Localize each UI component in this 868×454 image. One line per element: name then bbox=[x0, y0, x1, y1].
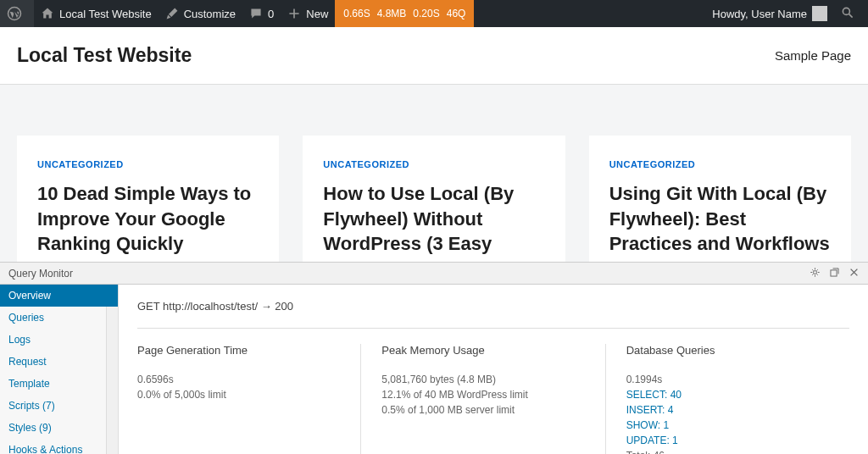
gear-icon[interactable] bbox=[810, 267, 821, 280]
post-category[interactable]: UNCATEGORIZED bbox=[323, 159, 544, 169]
post-card[interactable]: UNCATEGORIZED How to Use Local (By Flywh… bbox=[303, 136, 565, 280]
post-card[interactable]: UNCATEGORIZED 10 Dead Simple Ways to Imp… bbox=[17, 136, 279, 280]
wordpress-icon bbox=[7, 6, 22, 21]
svg-point-2 bbox=[814, 270, 817, 274]
post-title[interactable]: Using Git With Local (By Flywheel): Best… bbox=[609, 181, 831, 257]
qm-header: Query Monitor bbox=[0, 263, 868, 285]
site-title[interactable]: Local Test Website bbox=[17, 44, 192, 67]
nav-sample-page[interactable]: Sample Page bbox=[775, 48, 851, 63]
howdy-link[interactable]: Howdy, User Name bbox=[705, 0, 834, 27]
query-monitor-panel: Query Monitor Overview Queries Logs Requ… bbox=[0, 262, 868, 314]
close-icon[interactable] bbox=[849, 267, 860, 280]
comment-icon bbox=[249, 7, 263, 20]
site-name-link[interactable]: Local Test Website bbox=[34, 0, 159, 27]
debug-queries: 46Q bbox=[447, 8, 466, 19]
svg-rect-3 bbox=[831, 269, 837, 275]
qm-request-line: GET http://localhost/test/ → 200 bbox=[137, 300, 849, 314]
admin-bar: Local Test Website Customize 0 New 0.66S… bbox=[0, 0, 868, 27]
search-toggle[interactable] bbox=[834, 0, 861, 27]
search-icon bbox=[841, 6, 854, 22]
wp-logo[interactable] bbox=[0, 0, 34, 27]
svg-point-0 bbox=[8, 8, 21, 20]
qm-tab-queries[interactable]: Queries bbox=[0, 307, 118, 314]
popout-icon[interactable] bbox=[829, 267, 840, 280]
howdy-text: Howdy, User Name bbox=[712, 8, 807, 20]
post-category[interactable]: UNCATEGORIZED bbox=[609, 159, 831, 169]
qm-title: Query Monitor bbox=[8, 268, 73, 280]
post-category[interactable]: UNCATEGORIZED bbox=[37, 159, 259, 169]
post-title[interactable]: How to Use Local (By Flywheel) Without W… bbox=[323, 181, 544, 257]
site-nav: Sample Page bbox=[775, 48, 851, 63]
new-text: New bbox=[306, 8, 328, 20]
post-title[interactable]: 10 Dead Simple Ways to Improve Your Goog… bbox=[37, 181, 259, 257]
svg-point-1 bbox=[843, 8, 849, 14]
comments-link[interactable]: 0 bbox=[242, 0, 281, 27]
customize-text: Customize bbox=[184, 8, 236, 20]
debug-memory: 4.8MB bbox=[377, 8, 407, 19]
site-header: Local Test Website Sample Page bbox=[0, 27, 868, 85]
home-icon bbox=[41, 7, 54, 20]
debug-time: 0.66S bbox=[343, 8, 370, 19]
post-card[interactable]: UNCATEGORIZED Using Git With Local (By F… bbox=[589, 136, 851, 280]
qm-tab-overview[interactable]: Overview bbox=[0, 285, 118, 307]
customize-link[interactable]: Customize bbox=[159, 0, 242, 27]
brush-icon bbox=[165, 7, 179, 20]
debug-db-time: 0.20S bbox=[413, 8, 439, 19]
debug-bar[interactable]: 0.66S 4.8MB 0.20S 46Q bbox=[335, 0, 474, 27]
site-name-text: Local Test Website bbox=[59, 8, 152, 20]
qm-main: GET http://localhost/test/ → 200 Page Ge… bbox=[119, 285, 868, 314]
comments-count: 0 bbox=[268, 8, 274, 20]
avatar bbox=[812, 6, 827, 21]
plus-icon bbox=[287, 7, 301, 20]
new-link[interactable]: New bbox=[281, 0, 335, 27]
qm-sidebar: Overview Queries Logs Request Template S… bbox=[0, 285, 119, 314]
